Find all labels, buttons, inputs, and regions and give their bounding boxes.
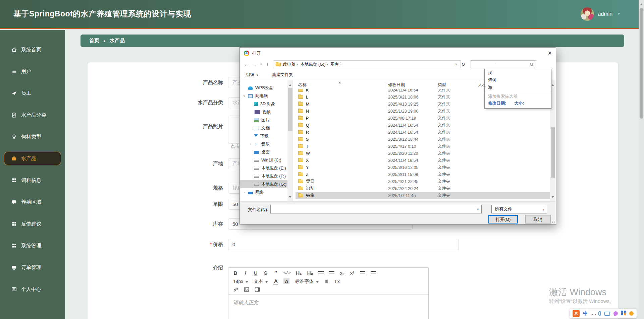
dialog-nav-item[interactable]: ∨ 此电脑 (240, 92, 287, 100)
editor-blockquote-icon[interactable]: ” (273, 271, 278, 275)
editor-bold-icon[interactable]: B (233, 270, 238, 276)
dialog-nav-item[interactable]: 本地磁盘 (E:) (240, 164, 287, 172)
editor-h1-icon[interactable]: H₁ (296, 270, 302, 276)
address-caret-icon[interactable]: ∨ (455, 63, 458, 66)
close-icon[interactable]: × (548, 49, 552, 57)
file-row[interactable]: Z 2025/3/11 15:08 文件夹 (296, 171, 550, 178)
editor-bullet-list-icon[interactable] (329, 271, 334, 275)
new-folder-button[interactable]: 新建文件夹 (272, 72, 293, 78)
highlight-color-button[interactable]: A (283, 278, 289, 284)
sidebar-item-profile[interactable]: 个人中心 (4, 282, 61, 296)
dialog-nav-item[interactable]: 本地磁盘 (G:) (240, 180, 287, 188)
page-scrollbar[interactable] (639, 0, 644, 319)
font-size-select[interactable]: 14px (233, 279, 248, 284)
file-row[interactable]: N 2025/1/23 19:00 文件夹 (296, 108, 550, 115)
sidebar-item-staff[interactable]: 员工 (4, 86, 61, 100)
avatar[interactable] (581, 7, 594, 21)
forward-icon[interactable]: → (252, 62, 258, 67)
address-bar[interactable]: 此电脑 ›本地磁盘 (G:) ›图库 › (273, 60, 461, 68)
editor-ordered-list-icon[interactable] (318, 271, 324, 275)
column-type[interactable]: 类型 (435, 82, 475, 88)
expand-chevron-icon[interactable]: › (242, 191, 247, 194)
address-segment[interactable]: 此电脑 › (283, 62, 298, 67)
scroll-up-icon[interactable] (640, 2, 643, 5)
search-input[interactable] (471, 60, 536, 68)
editor-h2-icon[interactable]: H₂ (307, 270, 313, 276)
combo-caret-icon[interactable]: ∨ (477, 208, 479, 211)
combo-caret-icon[interactable]: ∨ (542, 208, 544, 211)
editor-underline-icon[interactable]: U (253, 270, 258, 276)
dialog-nav-item[interactable]: 本地磁盘 (F:) (240, 172, 287, 180)
search-history-item[interactable]: 海 (485, 84, 551, 91)
dialog-nav-item[interactable]: 文档 (240, 124, 287, 132)
punctuation-icon[interactable]: 。, (591, 311, 595, 316)
video-icon[interactable] (255, 287, 260, 292)
text-color-button[interactable]: A (273, 278, 278, 284)
file-row[interactable]: X 2024/11/4 16:54 文件夹 (296, 157, 550, 164)
clear-format-button[interactable]: Tx (334, 278, 340, 284)
dialog-nav-item[interactable]: Win10 (C:) (240, 156, 287, 164)
user-menu[interactable]: admin ▼ (581, 7, 621, 21)
sidebar-item-category[interactable]: 水产品分类 (4, 108, 61, 122)
sogou-logo-icon[interactable]: S (573, 310, 580, 317)
nav-pane-scrollbar[interactable] (287, 80, 293, 202)
expand-chevron-icon[interactable]: › (248, 142, 253, 146)
file-row[interactable]: P 2025/4/8 17:19 文件夹 (296, 115, 550, 122)
search-history-item[interactable]: 诗词 (485, 76, 551, 84)
column-date[interactable]: 修改日期 (385, 82, 435, 88)
open-button[interactable]: 打开(O) (488, 215, 518, 224)
editor-code-icon[interactable]: </> (283, 271, 291, 275)
keyboard-icon[interactable] (604, 312, 610, 316)
file-row[interactable]: 背景 2025/4/21 22:45 文件夹 (296, 178, 550, 185)
dialog-nav-item[interactable]: › 网络 (240, 188, 287, 196)
dialog-nav-item[interactable]: 下载 (240, 132, 287, 140)
sidebar-item-home[interactable]: 系统首页 (4, 43, 61, 56)
search-history-item[interactable]: 汉 (485, 69, 551, 76)
search-filter-link[interactable]: 大小: (514, 101, 524, 106)
sidebar-item-product[interactable]: 水产品 (4, 152, 61, 165)
page-scrollbar-thumb[interactable] (640, 8, 643, 119)
up-icon[interactable]: ↑ (265, 62, 271, 67)
file-row[interactable]: W 2025/2/20 11:20 文件夹 (296, 150, 550, 157)
file-row[interactable]: S 2025/3/12 18:44 文件夹 (296, 136, 550, 143)
breadcrumb-home[interactable]: 首页 (89, 38, 99, 44)
font-family-select[interactable]: 标准字体 (295, 278, 319, 284)
file-row[interactable]: T 2025/4/17 0:10 文件夹 (296, 143, 550, 150)
file-row[interactable]: Q 2024/11/4 16:54 文件夹 (296, 122, 550, 129)
editor-indent-icon[interactable] (371, 271, 376, 275)
organize-menu[interactable]: 组织▼ (246, 72, 259, 78)
sidebar-item-feedback[interactable]: 反馈建议 (4, 217, 61, 231)
dialog-nav-item[interactable]: › 音乐 (240, 140, 287, 148)
editor-italic-icon[interactable]: I (243, 270, 248, 276)
sidebar-item-feed-info[interactable]: 饲料信息 (4, 174, 61, 187)
chinese-mode-icon[interactable]: 中 (583, 310, 588, 317)
expand-chevron-icon[interactable]: ∨ (242, 94, 247, 98)
price-input[interactable]: 0 (228, 239, 459, 250)
cancel-button[interactable]: 取消 (525, 215, 551, 224)
filetype-select[interactable]: 所有文件 ∨ (491, 205, 547, 213)
dialog-nav-item[interactable]: 图片 (240, 116, 287, 124)
sidebar-item-orders[interactable]: 订单管理 (4, 261, 61, 274)
link-icon[interactable] (233, 287, 238, 292)
history-caret-icon[interactable]: ∨ (260, 63, 262, 66)
search-filter-link[interactable]: 修改日期: (488, 101, 506, 106)
sidebar-item-feed-type[interactable]: 饲料类型 (4, 130, 61, 143)
format-select[interactable]: 文本 (254, 278, 268, 284)
align-button[interactable]: ≡ (324, 278, 329, 284)
emoji-icon[interactable] (629, 311, 634, 316)
dialog-nav-item[interactable]: 3D 对象 (240, 100, 287, 108)
toolbox-icon[interactable] (621, 311, 623, 313)
sidebar-item-system[interactable]: 系统管理 (4, 239, 61, 252)
microphone-icon[interactable] (598, 311, 601, 316)
dialog-nav-item[interactable]: WPS云盘 (240, 84, 287, 92)
dialog-nav-item[interactable]: 视频 (240, 108, 287, 116)
sidebar-item-users[interactable]: 用户 (4, 65, 61, 78)
username[interactable]: admin (598, 11, 613, 17)
address-segment[interactable]: 本地磁盘 (G:) › (301, 62, 328, 67)
refresh-icon[interactable]: ↻ (460, 62, 467, 67)
sidebar-item-area[interactable]: 养殖区域 (4, 195, 61, 209)
address-segment[interactable]: 图库 › (330, 62, 341, 67)
editor-body[interactable]: 请输入正文 (228, 295, 428, 311)
skin-icon[interactable] (613, 311, 619, 316)
resize-grip[interactable] (552, 220, 555, 223)
